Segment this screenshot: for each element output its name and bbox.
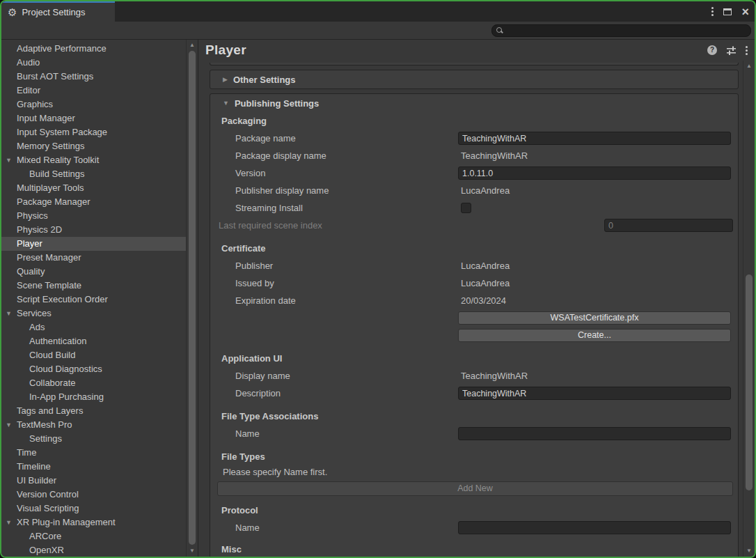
publisher-display-name-label: Publisher display name — [210, 185, 458, 196]
sidebar-item-mixed-reality-toolkit[interactable]: ▼Mixed Reality Toolkit — [1, 153, 186, 167]
sidebar-item-build-settings[interactable]: Build Settings — [1, 167, 186, 181]
sidebar-item-arcore[interactable]: ARCore — [1, 529, 186, 543]
page-title: Player — [205, 42, 246, 58]
sidebar-item-label: Build Settings — [29, 169, 85, 179]
sidebar-item-memory-settings[interactable]: Memory Settings — [1, 139, 186, 153]
package-display-name-row: Package display name TeachingWithAR — [210, 147, 738, 164]
last-required-scene-index-label: Last required scene index — [210, 220, 458, 231]
sidebar-item-ads[interactable]: Ads — [1, 320, 186, 334]
fta-name-input[interactable] — [458, 427, 731, 440]
preset-sliders-icon[interactable] — [726, 46, 737, 55]
sidebar-item-label: Tags and Layers — [17, 405, 83, 416]
scroll-down-icon[interactable]: ▼ — [743, 546, 755, 556]
sidebar-item-label: Ads — [29, 322, 45, 332]
sidebar-item-input-system-package[interactable]: Input System Package — [1, 125, 186, 139]
sidebar-item-time[interactable]: Time — [1, 446, 186, 460]
sidebar-item-label: Preset Manager — [17, 252, 81, 263]
streaming-install-label: Streaming Install — [210, 203, 458, 213]
protocol-name-label: Name — [210, 522, 458, 533]
maximize-icon[interactable] — [723, 8, 732, 15]
sidebar-item-authentication[interactable]: Authentication — [1, 334, 186, 348]
sidebar-item-label: Adaptive Performance — [17, 43, 107, 54]
sidebar-item-tags-and-layers[interactable]: Tags and Layers — [1, 404, 186, 418]
sidebar-item-settings[interactable]: Settings — [1, 432, 186, 446]
tab-project-settings[interactable]: ⚙ Project Settings — [1, 1, 115, 22]
sidebar-item-openxr[interactable]: OpenXR — [1, 543, 186, 557]
other-settings-foldout[interactable]: ▶ Other Settings — [210, 70, 739, 89]
sidebar-item-input-manager[interactable]: Input Manager — [1, 111, 186, 125]
sidebar-item-label: Time — [17, 447, 36, 458]
sidebar-item-burst-aot-settings[interactable]: Burst AOT Settings — [1, 70, 186, 84]
help-icon[interactable]: ? — [707, 45, 717, 55]
content-scrollbar-thumb[interactable] — [746, 274, 753, 490]
description-label: Description — [210, 388, 458, 398]
file-type-associations-header: File Type Associations — [210, 408, 738, 425]
sidebar-item-quality[interactable]: Quality — [1, 265, 186, 279]
sidebar-item-cloud-diagnostics[interactable]: Cloud Diagnostics — [1, 362, 186, 376]
sidebar-item-label: Multiplayer Tools — [17, 183, 84, 193]
streaming-install-checkbox[interactable] — [461, 203, 471, 213]
sidebar-item-in-app-purchasing[interactable]: In-App Purchasing — [1, 390, 186, 404]
sidebar-item-label: Audio — [17, 57, 40, 68]
sidebar-item-cloud-build[interactable]: Cloud Build — [1, 348, 186, 362]
package-name-label: Package name — [210, 133, 458, 144]
sidebar-item-physics-2d[interactable]: Physics 2D — [1, 223, 186, 237]
scroll-up-icon[interactable]: ▲ — [743, 61, 755, 71]
sidebar-item-graphics[interactable]: Graphics — [1, 98, 186, 111]
description-input[interactable] — [458, 387, 731, 400]
create-certificate-button[interactable]: Create... — [458, 329, 731, 342]
sidebar-scrollbar-thumb[interactable] — [189, 51, 196, 545]
protocol-name-input[interactable] — [458, 521, 731, 534]
packaging-header: Packaging — [210, 112, 738, 130]
sidebar-item-version-control[interactable]: Version Control — [1, 488, 186, 502]
search-input[interactable] — [506, 26, 750, 36]
sidebar-item-audio[interactable]: Audio — [1, 56, 186, 70]
sidebar-item-adaptive-performance[interactable]: Adaptive Performance — [1, 42, 186, 56]
add-new-button[interactable]: Add New — [217, 481, 733, 496]
scroll-up-icon[interactable]: ▲ — [187, 40, 198, 50]
sidebar-item-visual-scripting[interactable]: Visual Scripting — [1, 502, 186, 516]
package-display-name-value: TeachingWithAR — [458, 150, 528, 161]
sidebar-item-timeline[interactable]: Timeline — [1, 460, 186, 474]
misc-header: Misc — [210, 541, 738, 557]
version-input[interactable] — [458, 166, 731, 180]
sidebar-item-ui-builder[interactable]: UI Builder — [1, 474, 186, 488]
sidebar-item-label: Script Execution Order — [17, 294, 108, 304]
sidebar-item-label: Editor — [17, 85, 40, 95]
sidebar-item-collaborate[interactable]: Collaborate — [1, 376, 186, 390]
version-label: Version — [210, 168, 458, 178]
sidebar-item-xr-plug-in-management[interactable]: ▼XR Plug-in Management — [1, 516, 186, 529]
sidebar-item-editor[interactable]: Editor — [1, 84, 186, 98]
sidebar-item-player[interactable]: Player — [1, 237, 186, 251]
sidebar-item-package-manager[interactable]: Package Manager — [1, 195, 186, 209]
sidebar-item-label: Cloud Build — [29, 350, 76, 360]
search-icon — [496, 26, 503, 34]
sidebar-item-physics[interactable]: Physics — [1, 209, 186, 223]
chevron-down-icon: ▼ — [6, 516, 12, 529]
close-icon[interactable]: × — [741, 6, 749, 18]
streaming-install-row: Streaming Install — [210, 199, 738, 217]
sidebar-item-label: Visual Scripting — [17, 503, 79, 513]
sidebar-item-services[interactable]: ▼Services — [1, 307, 186, 320]
sidebar-item-preset-manager[interactable]: Preset Manager — [1, 251, 186, 265]
last-required-scene-index-input[interactable] — [604, 219, 733, 232]
expiration-date-label: Expiration date — [210, 295, 458, 306]
more-options-icon[interactable] — [746, 49, 748, 52]
expiration-date-value: 20/03/2024 — [458, 295, 506, 306]
sidebar-item-label: Mixed Reality Toolkit — [17, 155, 99, 165]
package-name-input[interactable] — [458, 132, 731, 145]
window-menu-icon[interactable] — [711, 10, 714, 13]
sidebar-item-scene-template[interactable]: Scene Template — [1, 279, 186, 293]
title-bar: ⚙ Project Settings × — [1, 1, 755, 22]
chevron-down-icon: ▼ — [223, 100, 229, 107]
publishing-settings-foldout[interactable]: ▼ Publishing Settings — [210, 94, 738, 112]
chevron-down-icon: ▼ — [6, 153, 12, 167]
sidebar-item-multiplayer-tools[interactable]: Multiplayer Tools — [1, 181, 186, 195]
select-certificate-button[interactable]: WSATestCertificate.pfx — [458, 311, 731, 325]
scroll-down-icon[interactable]: ▼ — [187, 546, 198, 556]
certificate-publisher-row: Publisher LucaAndrea — [210, 257, 738, 274]
fta-name-row: Name — [210, 425, 738, 442]
sidebar-item-textmesh-pro[interactable]: ▼TextMesh Pro — [1, 418, 186, 432]
sidebar-item-label: Input Manager — [17, 113, 75, 123]
sidebar-item-script-execution-order[interactable]: Script Execution Order — [1, 293, 186, 307]
